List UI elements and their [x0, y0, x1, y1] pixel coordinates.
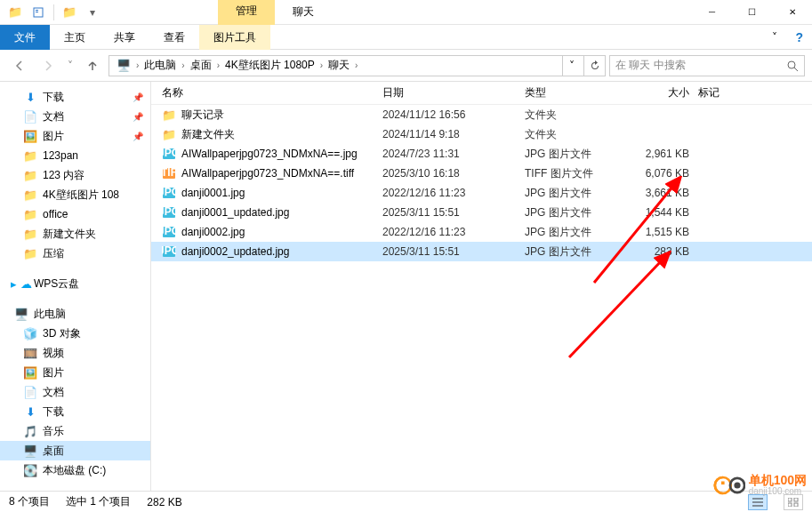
- folder-icon: 📁: [23, 168, 37, 182]
- status-size: 282 KB: [147, 496, 181, 508]
- file-row[interactable]: JPGdanji0002.jpg2022/12/16 11:23JPG 图片文件…: [151, 222, 812, 242]
- file-date: 2022/12/16 11:23: [382, 226, 525, 238]
- watermark: 单机100网 danji100.com: [713, 474, 807, 496]
- file-size: 1,544 KB: [627, 206, 698, 219]
- breadcrumb[interactable]: 🖥️ › 此电脑 › 桌面 › 4K壁纸图片 1080P › 聊天 › ˅: [109, 55, 584, 76]
- qat-overflow[interactable]: ▾: [83, 3, 102, 22]
- nav-local-c[interactable]: 💽本地磁盘 (C:): [0, 460, 150, 480]
- ribbon: 文件 主页 共享 查看 图片工具 ˅ ?: [0, 25, 812, 50]
- cube-icon: 🧊: [23, 326, 37, 340]
- file-row[interactable]: JPGAIWallpaperjpg0723_NDMxNA==.jpg2024/7…: [151, 144, 812, 164]
- svg-rect-21: [794, 498, 798, 501]
- ribbon-tab-file[interactable]: 文件: [0, 25, 50, 50]
- pin-icon: 📌: [133, 92, 143, 102]
- search-input[interactable]: 在 聊天 中搜索: [609, 55, 805, 76]
- file-name: danji0001.jpg: [181, 187, 245, 199]
- qat-properties[interactable]: [28, 3, 48, 22]
- window-title: 聊天: [275, 4, 332, 20]
- nav-3d[interactable]: 🧊3D 对象: [0, 324, 150, 343]
- breadcrumb-dropdown[interactable]: ˅: [562, 56, 580, 76]
- nav-4k[interactable]: 📁4K壁纸图片 108: [0, 185, 150, 204]
- breadcrumb-thispc[interactable]: 此电脑: [141, 56, 180, 76]
- ribbon-tab-home[interactable]: 主页: [50, 25, 100, 50]
- file-row[interactable]: JPGdanji0001.jpg2022/12/16 11:23JPG 图片文件…: [151, 183, 812, 203]
- file-row[interactable]: JPGdanji0001_updated.jpg2025/3/11 15:51J…: [151, 203, 812, 222]
- nav-desktop[interactable]: 🖥️桌面: [0, 441, 150, 460]
- nav-music[interactable]: 🎵音乐: [0, 421, 150, 441]
- app-icon[interactable]: 📁: [5, 3, 25, 22]
- nav-pc-pictures[interactable]: 🖼️图片: [0, 363, 150, 382]
- up-button[interactable]: [80, 53, 105, 78]
- svg-text:JPG: JPG: [162, 205, 176, 218]
- ribbon-help[interactable]: ?: [786, 25, 812, 50]
- minimize-button[interactable]: ─: [692, 0, 732, 25]
- file-date: 2024/11/14 9:18: [382, 128, 525, 140]
- nav-wps[interactable]: ▸ ☁WPS云盘: [0, 274, 150, 293]
- nav-pc-dl[interactable]: ⬇下载: [0, 402, 150, 421]
- nav-office[interactable]: 📁office: [0, 204, 150, 224]
- ribbon-tab-view[interactable]: 查看: [149, 25, 199, 50]
- view-details-button[interactable]: [748, 494, 768, 510]
- column-name[interactable]: 名称: [151, 85, 382, 100]
- file-rows[interactable]: 📁聊天记录2024/11/12 16:56文件夹📁新建文件夹2024/11/14…: [151, 105, 812, 491]
- picture-icon: 🖼️: [23, 129, 37, 143]
- nav-pc-docs[interactable]: 📄文档: [0, 382, 150, 402]
- folder-icon: 📁: [23, 148, 37, 163]
- column-headers: 名称 日期 类型 大小 标记: [151, 82, 812, 105]
- watermark-brand: 单机100网: [749, 474, 807, 486]
- file-row[interactable]: 📁聊天记录2024/11/12 16:56文件夹: [151, 105, 812, 124]
- column-size[interactable]: 大小: [627, 85, 698, 100]
- file-name: danji0002.jpg: [181, 226, 245, 238]
- chevron-right-icon: ›: [353, 60, 359, 70]
- desktop-icon: 🖥️: [23, 444, 37, 458]
- column-date[interactable]: 日期: [382, 85, 525, 100]
- file-icon: JPG: [162, 225, 176, 239]
- breadcrumb-4k[interactable]: 4K壁纸图片 1080P: [221, 56, 318, 76]
- file-size: 283 KB: [627, 245, 698, 258]
- folder-icon: 📁: [23, 246, 37, 260]
- close-button[interactable]: ✕: [772, 0, 812, 25]
- title-bar: 📁 📁 ▾ 管理 聊天 ─ ☐ ✕: [0, 0, 812, 25]
- pc-icon: 🖥️: [14, 307, 28, 321]
- nav-newfolder[interactable]: 📁新建文件夹: [0, 224, 150, 244]
- file-icon: JPG: [162, 147, 176, 161]
- maximize-button[interactable]: ☐: [732, 0, 772, 25]
- file-type: JPG 图片文件: [525, 205, 627, 220]
- qat-new-folder[interactable]: 📁: [60, 3, 79, 22]
- refresh-button[interactable]: [584, 55, 606, 76]
- contextual-tab[interactable]: 管理: [218, 0, 275, 25]
- breadcrumb-pc-icon[interactable]: 🖥️: [113, 56, 134, 76]
- navigation-pane[interactable]: ⬇下载📌 📄文档📌 🖼️图片📌 📁123pan 📁123 内容 📁4K壁纸图片 …: [0, 82, 151, 491]
- svg-text:JPG: JPG: [162, 244, 176, 257]
- column-type[interactable]: 类型: [525, 85, 627, 100]
- file-icon: JPG: [162, 205, 176, 220]
- breadcrumb-chat[interactable]: 聊天: [325, 56, 353, 76]
- nav-video[interactable]: 🎞️视频: [0, 343, 150, 363]
- nav-pictures[interactable]: 🖼️图片📌: [0, 126, 150, 146]
- back-button[interactable]: [7, 53, 32, 78]
- file-row[interactable]: 📁新建文件夹2024/11/14 9:18文件夹: [151, 124, 812, 144]
- nav-documents[interactable]: 📄文档📌: [0, 107, 150, 126]
- nav-123content[interactable]: 📁123 内容: [0, 165, 150, 185]
- file-row[interactable]: JPGdanji0002_updated.jpg2025/3/11 15:51J…: [151, 242, 812, 261]
- nav-zip[interactable]: 📁压缩: [0, 244, 150, 263]
- chevron-right-icon: ›: [134, 60, 141, 70]
- ribbon-tab-share[interactable]: 共享: [100, 25, 149, 50]
- column-mark[interactable]: 标记: [698, 85, 752, 100]
- file-icon: JPG: [162, 186, 176, 200]
- svg-text:JPG: JPG: [162, 186, 176, 198]
- nav-downloads[interactable]: ⬇下载📌: [0, 87, 150, 107]
- breadcrumb-desktop[interactable]: 桌面: [187, 56, 215, 76]
- recent-dropdown[interactable]: ˅: [64, 53, 76, 78]
- svg-rect-2: [36, 12, 38, 12]
- file-row[interactable]: TIFAIWallpaperjpg0723_NDMxNA==.tiff2025/…: [151, 164, 812, 183]
- ribbon-expand[interactable]: ˅: [763, 25, 786, 50]
- file-type: 文件夹: [525, 127, 627, 142]
- forward-button[interactable]: [36, 53, 60, 78]
- nav-123pan[interactable]: 📁123pan: [0, 146, 150, 165]
- nav-thispc[interactable]: 🖥️此电脑: [0, 304, 150, 324]
- ribbon-tab-picture-tools[interactable]: 图片工具: [199, 25, 270, 50]
- status-bar: 8 个项目 选中 1 个项目 282 KB: [0, 491, 812, 512]
- view-icons-button[interactable]: [784, 494, 803, 510]
- download-icon: ⬇: [23, 404, 37, 419]
